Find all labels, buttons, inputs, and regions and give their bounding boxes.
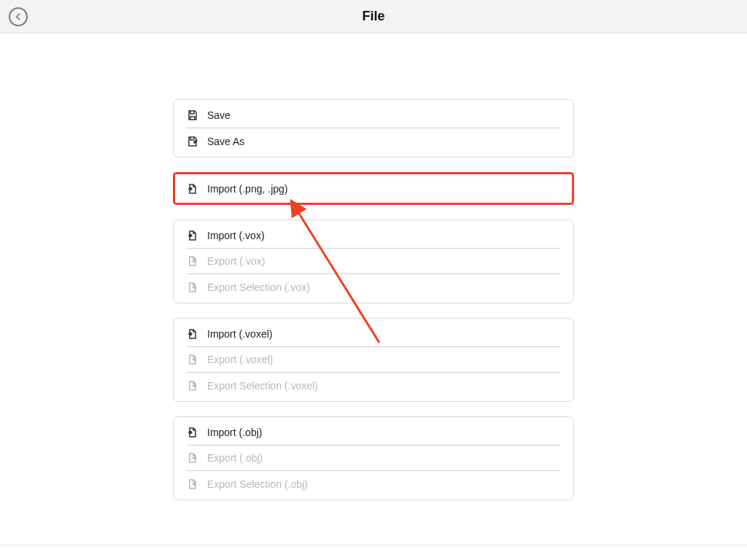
- vox-group: Import (.vox) Export (.vox) Export Selec…: [173, 219, 574, 303]
- export-sel-vox-label: Export Selection (.vox): [207, 281, 310, 293]
- export-voxel-label: Export (.voxel): [207, 354, 273, 365]
- import-vox-item[interactable]: Import (.vox): [187, 223, 560, 249]
- export-icon: [187, 354, 198, 365]
- export-voxel-item: Export (.voxel): [187, 347, 560, 373]
- export-sel-vox-item: Export Selection (.vox): [187, 274, 560, 300]
- save-as-item[interactable]: Save As: [187, 128, 560, 154]
- import-icon: [187, 427, 198, 438]
- export-sel-voxel-label: Export Selection (.voxel): [207, 380, 318, 392]
- export-icon: [187, 255, 198, 267]
- save-icon: [187, 109, 198, 121]
- import-voxel-item[interactable]: Import (.voxel): [187, 322, 560, 347]
- import-icon: [187, 230, 198, 241]
- page-title: File: [362, 9, 384, 24]
- export-vox-item: Export (.vox): [187, 249, 560, 274]
- export-sel-voxel-item: Export Selection (.voxel): [187, 373, 560, 398]
- export-obj-item: Export (.obj): [187, 446, 560, 471]
- import-obj-label: Import (.obj): [207, 427, 262, 438]
- file-menu-content: Save Save As Import (.png, .jpg) Import …: [0, 34, 747, 515]
- import-icon: [187, 183, 198, 195]
- import-icon: [187, 328, 198, 340]
- export-icon: [187, 380, 198, 392]
- save-item[interactable]: Save: [187, 103, 560, 128]
- import-vox-label: Import (.vox): [207, 230, 265, 241]
- voxel-group: Import (.voxel) Export (.voxel) Export S…: [173, 318, 574, 402]
- export-icon: [187, 478, 198, 490]
- import-obj-item[interactable]: Import (.obj): [187, 420, 560, 446]
- chevron-left-icon: [14, 12, 23, 21]
- export-icon: [187, 452, 198, 464]
- import-image-label: Import (.png, .jpg): [207, 183, 288, 195]
- export-sel-obj-item: Export Selection (.obj): [187, 471, 560, 497]
- export-sel-obj-label: Export Selection (.obj): [207, 478, 308, 490]
- export-icon: [187, 281, 198, 293]
- save-group: Save Save As: [173, 99, 574, 158]
- import-voxel-label: Import (.voxel): [207, 328, 272, 340]
- import-image-item[interactable]: Import (.png, .jpg): [187, 176, 560, 201]
- back-button[interactable]: [9, 7, 28, 26]
- obj-group: Import (.obj) Export (.obj) Export Selec…: [173, 416, 574, 500]
- save-as-icon: [187, 136, 198, 147]
- export-vox-label: Export (.vox): [207, 255, 265, 267]
- export-obj-label: Export (.obj): [207, 452, 263, 464]
- save-as-label: Save As: [207, 136, 244, 147]
- footer-divider: [0, 545, 747, 545]
- save-label: Save: [207, 109, 231, 121]
- import-image-group: Import (.png, .jpg): [173, 172, 574, 205]
- header-bar: File: [0, 0, 747, 34]
